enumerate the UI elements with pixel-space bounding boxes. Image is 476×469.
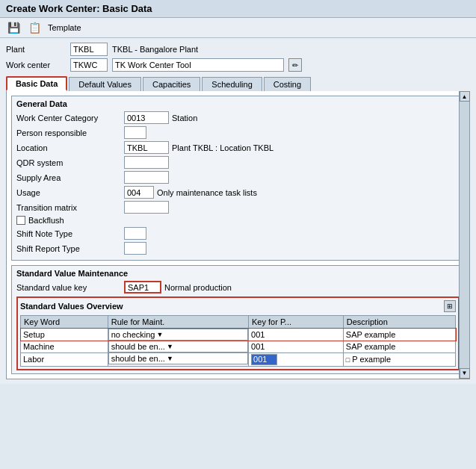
row1-key: 001 [249,329,344,341]
row1-rule: no checking ▼ [108,329,248,341]
tab-default-values[interactable]: Default Values [69,77,141,91]
std-key-desc: Normal production [164,283,232,292]
qdr-label: QDR system [16,158,121,167]
qdr-row: QDR system [16,156,460,169]
overview-title: Standard Values Overview [20,302,123,311]
plant-row: Plant TKBL - Bangalore Plant [6,43,470,56]
toolbar: 💾 📋 Template [0,18,476,38]
edit-workcenter-icon[interactable]: ✏ [288,58,302,72]
backflush-label: Backflush [28,216,133,225]
shift-note-input[interactable] [124,227,146,240]
std-values-overview: Standard Values Overview ⊞ Key Word Rule… [16,296,460,370]
row1-desc: SAP example [343,329,455,341]
scrollbar[interactable]: ▲ ▼ [459,91,469,379]
shift-note-label: Shift Note Type [16,229,121,238]
plant-input[interactable] [70,43,108,56]
row3-rule: should be en... ▼ [108,352,248,364]
tabs-container: Basic Data Default Values Capacities Sch… [6,76,470,91]
std-key-input[interactable] [124,281,161,293]
row3-key-input[interactable] [251,354,277,365]
workcenter-desc-input[interactable] [112,58,284,72]
shift-report-input[interactable] [124,242,146,255]
row3-key [249,352,344,366]
plant-description: TKBL - Bangalore Plant [112,45,198,54]
scroll-up-btn[interactable]: ▲ [460,91,470,102]
main-content: Plant TKBL - Bangalore Plant Work center… [0,38,476,384]
scroll-down-btn[interactable]: ▼ [460,368,470,379]
workcenter-row: Work center ✏ [6,58,470,72]
wcc-desc: Station [172,114,197,122]
col-desc: Description [343,316,455,329]
workcenter-input[interactable] [70,58,108,72]
location-input[interactable] [124,141,169,154]
tab-default-values-label: Default Values [78,80,132,89]
work-center-category-row: Work Center Category Station [16,111,460,124]
col-key: Key for P... [249,316,344,329]
std-key-label: Standard value key [16,283,121,292]
row2-rule-dropdown[interactable]: ▼ [167,343,173,350]
tab-scheduling[interactable]: Scheduling [202,77,262,91]
backflush-checkbox[interactable] [16,216,25,225]
row3-keyword: Labor [21,352,108,366]
col-keyword: Key Word [21,316,108,329]
row3-rule-dropdown[interactable]: ▼ [167,355,173,362]
table-settings-icon[interactable]: ⊞ [444,300,456,312]
location-desc: Plant TKBL : Location TKBL [172,143,273,152]
save-icon[interactable]: 💾 [6,20,21,35]
row2-rule: should be en... ▼ [108,341,248,352]
general-data-title: General Data [16,99,460,108]
table-row: Labor should be en... ▼ □ P example [21,352,456,366]
transition-row: Transition matrix [16,201,460,214]
usage-desc: Only maintenance task lists [157,188,257,197]
location-row: Location Plant TKBL : Location TKBL [16,141,460,154]
template-icon[interactable]: 📋 [27,20,42,35]
row1-keyword: Setup [21,329,108,341]
workcenter-label: Work center [6,60,66,69]
row3-desc: □ P example [343,352,455,366]
supply-input[interactable] [124,171,169,184]
table-row: Setup no checking ▼ 001 SAP example [21,329,456,341]
supply-row: Supply Area [16,171,460,184]
row2-key: 001 [249,341,344,352]
shift-report-label: Shift Report Type [16,244,121,253]
std-key-row: Standard value key Normal production [16,281,460,293]
tab-capacities[interactable]: Capacities [143,77,200,91]
col-rule: Rule for Maint. [108,316,248,329]
shift-note-row: Shift Note Type [16,227,460,240]
general-data-section: General Data Work Center Category Statio… [11,96,465,261]
supply-label: Supply Area [16,173,121,182]
tab-scheduling-label: Scheduling [211,80,252,89]
row2-desc: SAP example [343,341,455,352]
table-row: Machine should be en... ▼ 001 SAP exampl… [21,341,456,352]
tab-basic-data-label: Basic Data [16,79,58,88]
page-title: Create Work Center: Basic Data [6,3,152,14]
tab-basic-data[interactable]: Basic Data [6,76,67,91]
plant-label: Plant [6,45,66,54]
row2-keyword: Machine [21,341,108,352]
tab-capacities-label: Capacities [152,80,191,89]
wcc-label: Work Center Category [16,114,121,122]
qdr-input[interactable] [124,156,169,169]
overview-table: Key Word Rule for Maint. Key for P... De… [20,315,456,367]
template-label: Template [48,23,81,32]
transition-label: Transition matrix [16,203,121,212]
wcc-input[interactable] [124,111,169,124]
backflush-row: Backflush [16,216,460,225]
person-resp-label: Person responsible [16,128,121,137]
location-label: Location [16,143,121,152]
usage-row: Usage Only maintenance task lists [16,186,460,199]
tab-costing-label: Costing [273,80,301,89]
person-resp-input[interactable] [124,126,146,139]
standard-value-section: Standard Value Maintenance Standard valu… [11,265,465,374]
usage-label: Usage [16,188,121,197]
transition-input[interactable] [124,201,169,214]
shift-report-row: Shift Report Type [16,242,460,255]
title-bar: Create Work Center: Basic Data [0,0,476,18]
row1-rule-dropdown[interactable]: ▼ [156,331,163,338]
person-resp-row: Person responsible [16,126,460,139]
std-value-title: Standard Value Maintenance [16,269,460,278]
usage-input[interactable] [124,186,154,199]
tab-costing[interactable]: Costing [264,77,311,91]
tab-content: General Data Work Center Category Statio… [6,91,470,379]
